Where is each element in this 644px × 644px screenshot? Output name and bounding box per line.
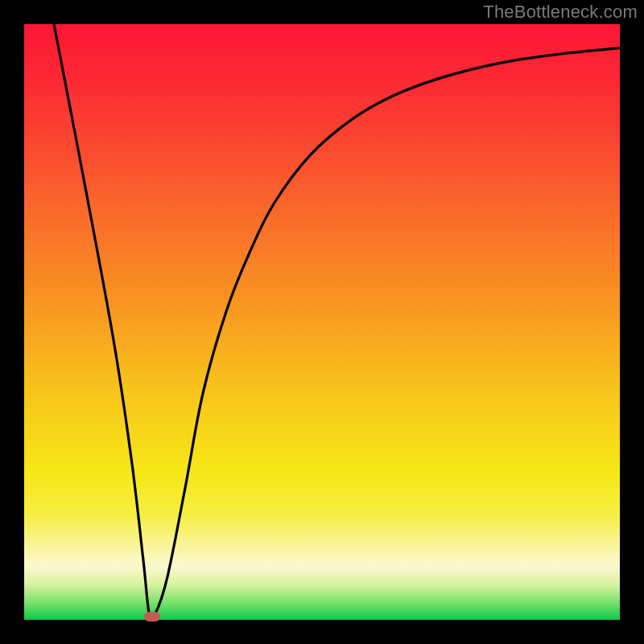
watermark-text: TheBottleneck.com [483, 2, 638, 23]
optimum-marker [144, 612, 160, 621]
bottleneck-curve [24, 24, 620, 620]
curve-path [54, 24, 620, 620]
plot-area [24, 24, 620, 620]
chart-frame: TheBottleneck.com [0, 0, 644, 644]
